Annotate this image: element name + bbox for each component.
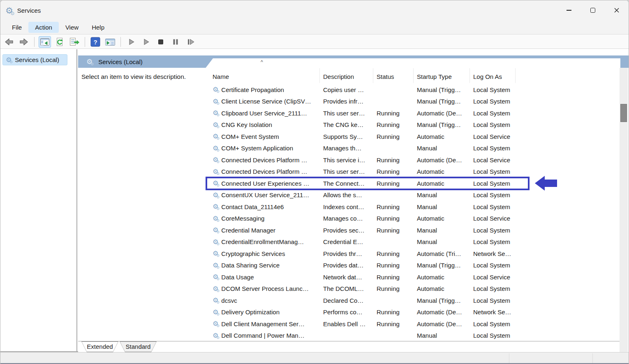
service-gear-icon: ⚙⚙ xyxy=(213,239,218,245)
service-gear-icon: ⚙⚙ xyxy=(213,286,218,292)
service-description-cell: Provides thr… xyxy=(320,250,373,257)
service-description-cell: Provides sec… xyxy=(320,227,373,234)
service-name-cell: ⚙⚙ Client License Service (ClipSV… xyxy=(205,98,320,105)
service-row[interactable]: ⚙⚙ CNG Key Isolation The CNG ke… Running… xyxy=(205,119,620,131)
column-header-startup-type[interactable]: Startup Type xyxy=(414,68,470,83)
service-startup-type-cell: Automatic xyxy=(414,274,470,281)
service-row[interactable]: ⚙⚙ Delivery Optimization Performs co… Ru… xyxy=(205,306,620,318)
menu-help[interactable]: Help xyxy=(85,22,111,33)
annotation-arrow xyxy=(535,174,557,192)
maximize-icon xyxy=(590,8,595,13)
menu-action[interactable]: Action xyxy=(28,22,59,33)
service-name-cell: ⚙⚙ CNG Key Isolation xyxy=(205,121,320,128)
start-service-icon[interactable] xyxy=(125,36,137,48)
service-row[interactable]: ⚙⚙ DCOM Server Process Launc… The DCOML…… xyxy=(205,283,620,295)
service-startup-type-cell: Manual xyxy=(414,145,470,152)
close-button[interactable] xyxy=(605,0,629,20)
service-row[interactable]: ⚙⚙ ConsentUX User Service_211… Allows th… xyxy=(205,189,620,201)
service-row[interactable]: ⚙⚙ Data Sharing Service Provides dat… Ru… xyxy=(205,260,620,272)
service-row[interactable]: ⚙⚙ COM+ System Application Manages th… M… xyxy=(205,143,620,154)
services-list-panel: ^ Name Description Status Startup Type L… xyxy=(205,58,620,341)
service-log-on-as-cell: Local Service xyxy=(470,133,516,140)
minimize-button[interactable] xyxy=(557,0,581,20)
menu-file[interactable]: File xyxy=(5,22,28,33)
service-gear-icon: ⚙⚙ xyxy=(213,145,218,152)
export-list-icon[interactable] xyxy=(68,36,81,48)
service-row[interactable]: ⚙⚙ Cryptographic Services Provides thr… … xyxy=(205,248,620,260)
service-name-cell: ⚙⚙ dcsvc xyxy=(205,297,320,304)
tab-standard-label: Standard xyxy=(120,341,157,352)
service-description-cell: Manages co… xyxy=(320,215,373,222)
service-startup-type-cell: Automatic xyxy=(414,180,470,187)
service-gear-icon: ⚙⚙ xyxy=(213,98,218,105)
services-node-icon: ⚙⚙ xyxy=(6,57,12,63)
column-header-status[interactable]: Status xyxy=(373,68,414,83)
restart-service-icon[interactable] xyxy=(184,36,197,48)
forward-icon[interactable] xyxy=(18,36,30,48)
service-startup-type-cell: Automatic (De… xyxy=(414,309,470,316)
svg-text:?: ? xyxy=(93,38,97,45)
service-row[interactable]: ⚙⚙ dcsvc Declared Co… Manual (Trigg… Loc… xyxy=(205,295,620,306)
service-row[interactable]: ⚙⚙ Client License Service (ClipSV… Provi… xyxy=(205,96,620,108)
stop-service-icon[interactable] xyxy=(155,36,167,48)
column-header-log-on-as[interactable]: Log On As xyxy=(470,68,516,83)
toolbar: ? xyxy=(0,35,629,49)
column-headers: Name Description Status Startup Type Log… xyxy=(205,68,620,83)
column-header-description[interactable]: Description xyxy=(320,68,373,83)
sidebar-item-services-local[interactable]: ⚙⚙ Services (Local) xyxy=(2,54,67,65)
service-description-cell: The CNG ke… xyxy=(320,121,373,128)
strip-divider xyxy=(592,353,593,364)
service-name-cell: ⚙⚙ Clipboard User Service_2111… xyxy=(205,110,320,117)
maximize-button[interactable] xyxy=(581,0,605,20)
vertical-scrollbar[interactable] xyxy=(620,68,628,364)
service-row[interactable]: ⚙⚙ Contact Data_21114e6 Indexes cont… Ru… xyxy=(205,201,620,213)
service-log-on-as-cell: Local System xyxy=(470,297,516,304)
service-name-cell: ⚙⚙ ConsentUX User Service_211… xyxy=(205,191,320,198)
back-icon[interactable] xyxy=(3,36,15,48)
refresh-icon[interactable] xyxy=(53,36,66,48)
service-name-cell: ⚙⚙ Delivery Optimization xyxy=(205,309,320,316)
service-startup-type-cell: Automatic (De… xyxy=(414,110,470,117)
list-bottom-border xyxy=(78,341,620,341)
service-log-on-as-cell: Local Service xyxy=(470,157,516,164)
column-header-name[interactable]: Name xyxy=(205,68,320,83)
scrollbar-thumb[interactable] xyxy=(620,104,627,122)
tab-extended[interactable]: Extended xyxy=(81,341,118,352)
service-description-cell: Copies user … xyxy=(320,86,373,93)
service-row[interactable]: ⚙⚙ Credential Manager Provides sec… Runn… xyxy=(205,224,620,236)
service-name-cell: ⚙⚙ Dell Command | Power Man… xyxy=(205,332,320,339)
service-row[interactable]: ⚙⚙ Clipboard User Service_2111… This use… xyxy=(205,107,620,119)
pause-service-icon[interactable] xyxy=(169,36,182,48)
show-hide-console-tree-icon[interactable] xyxy=(39,36,51,48)
service-description-cell: Indexes cont… xyxy=(320,203,373,210)
service-status-cell: Running xyxy=(373,285,414,292)
service-row[interactable]: ⚙⚙ COM+ Event System Supports Sy… Runnin… xyxy=(205,131,620,143)
service-row[interactable]: ⚙⚙ Connected User Experiences … The Conn… xyxy=(205,177,620,189)
service-status-cell: Running xyxy=(373,180,414,187)
service-description-cell: Supports Sy… xyxy=(320,133,373,140)
service-status-cell: Running xyxy=(373,320,414,327)
help-icon[interactable]: ? xyxy=(89,36,102,48)
service-status-cell: Running xyxy=(373,133,414,140)
show-properties-window-icon[interactable] xyxy=(104,36,116,48)
service-gear-icon: ⚙⚙ xyxy=(213,320,218,327)
menu-view[interactable]: View xyxy=(59,22,85,33)
service-startup-type-cell: Manual xyxy=(414,191,470,198)
tab-standard[interactable]: Standard xyxy=(120,341,157,352)
service-row[interactable]: ⚙⚙ Dell Command | Power Man… Manual Loca… xyxy=(205,330,620,342)
service-name-cell: ⚙⚙ Certificate Propagation xyxy=(205,86,320,93)
service-row[interactable]: ⚙⚙ CoreMessaging Manages co… Running Aut… xyxy=(205,213,620,225)
service-gear-icon: ⚙⚙ xyxy=(213,180,218,187)
service-row[interactable]: ⚙⚙ Connected Devices Platform … This use… xyxy=(205,166,620,178)
service-row[interactable]: ⚙⚙ Certificate Propagation Copies user …… xyxy=(205,84,620,96)
services-header-icon: ⚙⚙ xyxy=(86,58,92,65)
service-row[interactable]: ⚙⚙ Dell Client Management Ser… Enables D… xyxy=(205,318,620,330)
service-startup-type-cell: Automatic (Tri… xyxy=(414,250,470,257)
service-row[interactable]: ⚙⚙ CredentialEnrollmentManag… Credential… xyxy=(205,236,620,248)
description-hint: Select an item to view its description. xyxy=(81,73,186,81)
status-strip xyxy=(0,352,629,364)
resume-service-icon[interactable] xyxy=(140,36,152,48)
service-row[interactable]: ⚙⚙ Connected Devices Platform … This ser… xyxy=(205,154,620,166)
service-row[interactable]: ⚙⚙ Data Usage Network dat… Running Autom… xyxy=(205,271,620,283)
service-status-cell: Running xyxy=(373,250,414,257)
